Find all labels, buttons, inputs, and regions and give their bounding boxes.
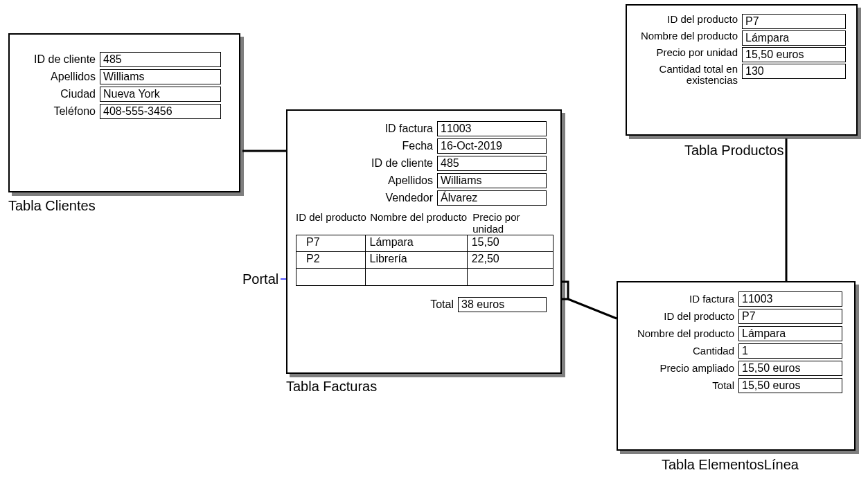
clientes-telefono-label: Teléfono <box>14 105 100 118</box>
facturas-row-fecha: Fecha 16-Oct-2019 <box>292 138 553 154</box>
portal-header-nombre: Nombre del producto <box>370 211 472 235</box>
facturas-cliente-field[interactable]: 485 <box>437 156 547 171</box>
portal-cell-precio: 15,50 <box>468 235 553 252</box>
portal-cell-id: P2 <box>296 252 366 269</box>
clientes-row-id: ID de cliente 485 <box>14 52 232 67</box>
facturas-apellidos-field[interactable]: Williams <box>437 173 547 188</box>
elementos-cantidad-field[interactable]: 1 <box>738 343 842 359</box>
elementos-row-total: Total 15,50 euros <box>622 378 847 393</box>
productos-precio-field[interactable]: 15,50 euros <box>742 47 846 62</box>
elementos-producto-field[interactable]: P7 <box>738 309 842 324</box>
productos-cantidad-label: Cantidad total en existencias <box>631 64 742 86</box>
productos-panel: ID del producto P7 Nombre del producto L… <box>626 4 858 136</box>
clientes-row-telefono: Teléfono 408-555-3456 <box>14 104 232 119</box>
elementos-precio-field[interactable]: 15,50 euros <box>738 361 842 376</box>
elementos-row-producto: ID del producto P7 <box>622 309 847 324</box>
clientes-id-field[interactable]: 485 <box>100 52 221 67</box>
productos-row-precio: Precio por unidad 15,50 euros <box>631 47 849 62</box>
productos-id-label: ID del producto <box>631 14 742 26</box>
clientes-panel: ID de cliente 485 Apellidos Williams Ciu… <box>8 33 240 192</box>
clientes-caption: Tabla Clientes <box>8 198 96 214</box>
elementos-row-nombre: Nombre del producto Lámpara <box>622 326 847 341</box>
facturas-id-field[interactable]: 11003 <box>437 121 547 136</box>
elementos-row-precio: Precio ampliado 15,50 euros <box>622 361 847 376</box>
portal-cell-id: P7 <box>296 235 366 252</box>
elementos-precio-label: Precio ampliado <box>622 363 738 375</box>
facturas-vendedor-field[interactable]: Álvarez <box>437 190 547 206</box>
clientes-ciudad-label: Ciudad <box>14 88 100 100</box>
elementos-producto-label: ID del producto <box>622 311 738 323</box>
productos-row-cantidad: Cantidad total en existencias 130 <box>631 64 849 86</box>
productos-precio-label: Precio por unidad <box>631 47 742 59</box>
facturas-row-cliente: ID de cliente 485 <box>292 156 553 171</box>
elementos-row-factura: ID factura 11003 <box>622 291 847 307</box>
elementos-nombre-field[interactable]: Lámpara <box>738 326 842 341</box>
elementos-total-field[interactable]: 15,50 euros <box>738 378 842 393</box>
clientes-row-ciudad: Ciudad Nueva York <box>14 87 232 102</box>
portal-headers: ID del producto Nombre del producto Prec… <box>292 211 553 235</box>
facturas-row-apellidos: Apellidos Williams <box>292 173 553 188</box>
portal-cell-nombre <box>366 269 468 285</box>
portal-row[interactable] <box>296 269 553 285</box>
elementos-factura-label: ID factura <box>622 294 738 305</box>
portal-cell-nombre: Librería <box>366 252 468 269</box>
facturas-row-vendedor: Vendedor Álvarez <box>292 190 553 206</box>
elementos-row-cantidad: Cantidad 1 <box>622 343 847 359</box>
productos-nombre-field[interactable]: Lámpara <box>742 30 846 46</box>
clientes-id-label: ID de cliente <box>14 53 100 66</box>
portal-row[interactable]: P7 Lámpara 15,50 <box>296 235 553 252</box>
productos-nombre-label: Nombre del producto <box>631 30 742 42</box>
svg-line-1 <box>568 299 617 318</box>
facturas-row-id: ID factura 11003 <box>292 121 553 136</box>
productos-id-field[interactable]: P7 <box>742 14 846 29</box>
portal-cell-precio: 22,50 <box>468 252 553 269</box>
portal-cell-precio <box>468 269 553 285</box>
elementos-cantidad-label: Cantidad <box>622 345 738 357</box>
facturas-caption: Tabla Facturas <box>286 379 377 395</box>
facturas-vendedor-label: Vendedor <box>292 192 437 204</box>
elementos-total-label: Total <box>622 380 738 392</box>
portal-cell-nombre: Lámpara <box>366 235 468 252</box>
facturas-id-label: ID factura <box>292 123 437 135</box>
portal-header-precio: Precio por unidad <box>472 211 553 235</box>
elementos-factura-field[interactable]: 11003 <box>738 291 842 307</box>
portal-cell-id <box>296 269 366 285</box>
clientes-apellidos-label: Apellidos <box>14 71 100 83</box>
clientes-telefono-field[interactable]: 408-555-3456 <box>100 104 221 119</box>
elementos-nombre-label: Nombre del producto <box>622 328 738 340</box>
facturas-row-total: Total 38 euros <box>292 297 553 312</box>
clientes-row-apellidos: Apellidos Williams <box>14 69 232 84</box>
productos-caption: Tabla Productos <box>684 143 783 159</box>
productos-row-id: ID del producto P7 <box>631 14 849 29</box>
facturas-fecha-label: Fecha <box>292 140 437 152</box>
facturas-cliente-label: ID de cliente <box>292 157 437 170</box>
facturas-panel: ID factura 11003 Fecha 16-Oct-2019 ID de… <box>286 109 562 374</box>
elementos-panel: ID factura 11003 ID del producto P7 Nomb… <box>617 281 856 451</box>
productos-cantidad-field[interactable]: 130 <box>742 64 846 79</box>
facturas-total-label: Total <box>292 298 458 311</box>
elementos-caption: Tabla ElementosLínea <box>662 457 799 473</box>
portal-table: P7 Lámpara 15,50 P2 Librería 22,50 <box>296 235 553 286</box>
facturas-total-field[interactable]: 38 euros <box>458 297 547 312</box>
portal-label: Portal <box>242 271 278 287</box>
clientes-apellidos-field[interactable]: Williams <box>100 69 221 84</box>
portal-row[interactable]: P2 Librería 22,50 <box>296 252 553 269</box>
portal-header-id: ID del producto <box>296 211 370 235</box>
facturas-fecha-field[interactable]: 16-Oct-2019 <box>437 138 547 154</box>
clientes-ciudad-field[interactable]: Nueva York <box>100 87 221 102</box>
productos-row-nombre: Nombre del producto Lámpara <box>631 30 849 46</box>
facturas-apellidos-label: Apellidos <box>292 174 437 187</box>
